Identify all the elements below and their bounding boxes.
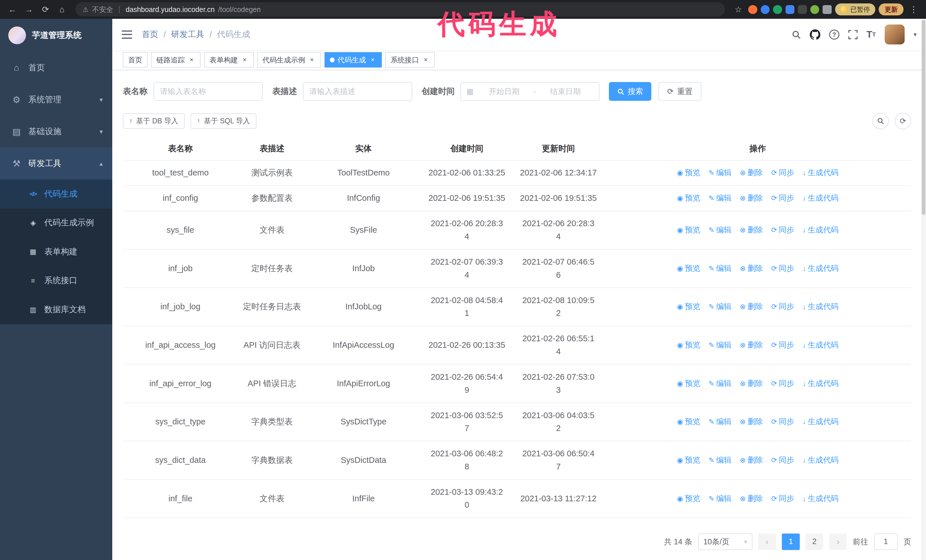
download-action-link[interactable]: ↓生成代码: [802, 166, 838, 180]
search-button[interactable]: 搜索: [609, 82, 651, 101]
sidebar-item-home[interactable]: ⌂ 首页: [0, 52, 112, 84]
sync-action-link[interactable]: ⟳同步: [771, 262, 794, 275]
tab-codegen[interactable]: 代码生成 ×: [325, 52, 382, 68]
edit-action-link[interactable]: ✎编辑: [709, 377, 732, 390]
eye-action-link[interactable]: ◉预览: [677, 300, 701, 313]
edit-action-link[interactable]: ✎编辑: [709, 166, 732, 180]
sidebar-item-system-api[interactable]: ≡ 系统接口: [0, 266, 112, 295]
sidebar-item-db-docs[interactable]: ▥ 数据库文档: [0, 295, 112, 324]
chrome-menu-icon[interactable]: ⋮: [907, 3, 920, 16]
extension-icon[interactable]: [761, 5, 770, 14]
edit-action-link[interactable]: ✎编辑: [709, 454, 732, 467]
font-size-icon[interactable]: TT: [867, 29, 876, 40]
edit-action-link[interactable]: ✎编辑: [709, 415, 732, 429]
breadcrumb-devtools[interactable]: 研发工具: [171, 29, 204, 40]
refresh-button[interactable]: ⟳: [895, 113, 911, 129]
sync-action-link[interactable]: ⟳同步: [771, 192, 794, 205]
delete-action-link[interactable]: ⊗删除: [740, 454, 763, 467]
delete-action-link[interactable]: ⊗删除: [740, 223, 763, 237]
sync-action-link[interactable]: ⟳同步: [771, 415, 794, 429]
eye-action-link[interactable]: ◉预览: [677, 223, 701, 237]
edit-action-link[interactable]: ✎编辑: [709, 262, 732, 275]
eye-action-link[interactable]: ◉预览: [677, 377, 701, 390]
help-icon[interactable]: ?: [829, 30, 839, 39]
delete-action-link[interactable]: ⊗删除: [740, 415, 763, 429]
tab-form-builder[interactable]: 表单构建 ×: [204, 52, 254, 68]
close-icon[interactable]: ×: [308, 56, 316, 64]
page-button-1[interactable]: 1: [782, 533, 799, 550]
sidebar-item-codegen[interactable]: </> 代码生成: [0, 180, 112, 208]
tab-codegen-example[interactable]: 代码生成示例 ×: [257, 52, 321, 68]
delete-action-link[interactable]: ⊗删除: [740, 166, 763, 180]
eye-action-link[interactable]: ◉预览: [677, 415, 701, 429]
delete-action-link[interactable]: ⊗删除: [740, 339, 763, 352]
browser-home-icon[interactable]: ⌂: [56, 3, 69, 16]
avatar-caret-icon[interactable]: ▾: [914, 31, 916, 38]
close-icon[interactable]: ×: [369, 56, 377, 64]
tab-home[interactable]: 首页: [123, 52, 148, 68]
edit-action-link[interactable]: ✎编辑: [709, 492, 732, 505]
search-icon[interactable]: [791, 30, 801, 39]
download-action-link[interactable]: ↓生成代码: [802, 262, 838, 275]
toggle-search-button[interactable]: [872, 113, 889, 129]
close-icon[interactable]: ×: [422, 56, 430, 64]
prev-page-button[interactable]: ‹: [758, 533, 776, 550]
eye-action-link[interactable]: ◉预览: [677, 192, 701, 205]
sidebar-item-devtools[interactable]: ⚒ 研发工具 ▴: [0, 148, 112, 180]
user-avatar[interactable]: [885, 24, 905, 44]
sync-action-link[interactable]: ⟳同步: [771, 492, 794, 505]
bookmark-star-icon[interactable]: ☆: [732, 3, 745, 16]
download-action-link[interactable]: ↓生成代码: [802, 300, 838, 313]
delete-action-link[interactable]: ⊗删除: [740, 300, 763, 313]
reload-icon[interactable]: ⟳: [39, 3, 52, 16]
delete-action-link[interactable]: ⊗删除: [740, 192, 763, 205]
extension-icon[interactable]: [810, 5, 819, 14]
hamburger-icon[interactable]: [122, 30, 132, 39]
paused-badge[interactable]: 已暂停: [835, 3, 875, 15]
sidebar-item-system[interactable]: ⚙ 系统管理 ▾: [0, 84, 112, 116]
github-icon[interactable]: [810, 29, 820, 40]
page-scrollbar[interactable]: [921, 19, 926, 560]
download-action-link[interactable]: ↓生成代码: [802, 454, 838, 467]
delete-action-link[interactable]: ⊗删除: [740, 262, 763, 275]
tab-tracing[interactable]: 链路追踪 ×: [151, 52, 201, 68]
sync-action-link[interactable]: ⟳同步: [771, 377, 794, 390]
address-bar[interactable]: ⚠ 不安全 dashboard.yudao.iocoder.cn/tool/co…: [76, 2, 725, 17]
breadcrumb-home[interactable]: 首页: [142, 29, 158, 40]
update-button[interactable]: 更新: [879, 3, 903, 15]
edit-action-link[interactable]: ✎编辑: [709, 339, 732, 352]
extension-icon[interactable]: [748, 5, 757, 14]
puzzle-extension-icon[interactable]: [823, 5, 831, 14]
sync-action-link[interactable]: ⟳同步: [771, 454, 794, 467]
eye-action-link[interactable]: ◉预览: [677, 262, 701, 275]
eye-action-link[interactable]: ◉预览: [677, 454, 701, 467]
download-action-link[interactable]: ↓生成代码: [802, 223, 838, 237]
sidebar-item-codegen-example[interactable]: ◈ 代码生成示例: [0, 208, 112, 237]
sidebar-item-form-builder[interactable]: ▦ 表单构建: [0, 237, 112, 266]
sync-action-link[interactable]: ⟳同步: [771, 339, 794, 352]
reset-button[interactable]: ⟳ 重置: [658, 82, 702, 101]
edit-action-link[interactable]: ✎编辑: [709, 192, 732, 205]
delete-action-link[interactable]: ⊗删除: [740, 492, 763, 505]
page-button-2[interactable]: 2: [805, 533, 823, 550]
goto-page-input[interactable]: [874, 533, 898, 550]
eye-action-link[interactable]: ◉预览: [677, 339, 701, 352]
sync-action-link[interactable]: ⟳同步: [771, 223, 794, 237]
download-action-link[interactable]: ↓生成代码: [802, 339, 838, 352]
tab-system-api[interactable]: 系统接口 ×: [385, 52, 435, 68]
download-action-link[interactable]: ↓生成代码: [802, 192, 838, 205]
back-icon[interactable]: ←: [6, 3, 19, 16]
download-action-link[interactable]: ↓生成代码: [802, 492, 838, 505]
download-action-link[interactable]: ↓生成代码: [802, 415, 838, 429]
page-size-select[interactable]: 10条/页 ▾: [698, 533, 752, 550]
download-action-link[interactable]: ↓生成代码: [802, 377, 838, 390]
import-db-button[interactable]: ↑ 基于 DB 导入: [123, 113, 185, 129]
edit-action-link[interactable]: ✎编辑: [709, 223, 732, 237]
sync-action-link[interactable]: ⟳同步: [771, 166, 794, 180]
sidebar-item-infrastructure[interactable]: ▤ 基础设施 ▾: [0, 116, 112, 148]
forward-icon[interactable]: →: [23, 3, 36, 16]
close-icon[interactable]: ×: [241, 56, 248, 64]
close-icon[interactable]: ×: [188, 56, 195, 64]
extension-icon[interactable]: [785, 5, 794, 14]
table-desc-input[interactable]: [303, 82, 412, 101]
